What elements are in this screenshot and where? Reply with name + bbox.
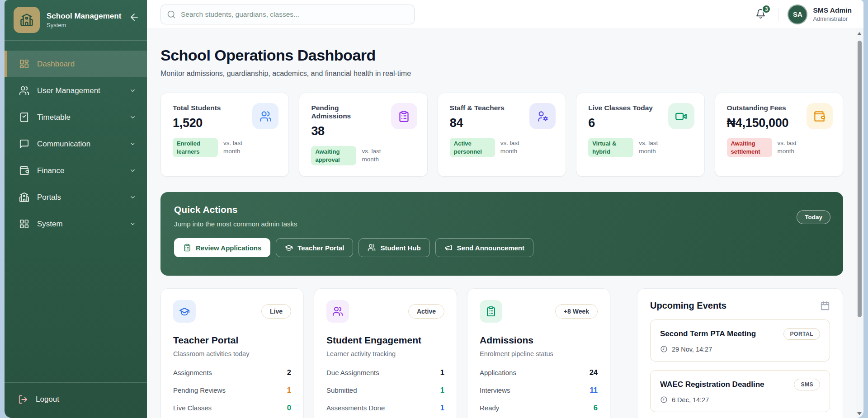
teacher-portal-button[interactable]: Teacher Portal [276,238,353,257]
arrow-left-icon [129,12,140,23]
scrollbar-thumb[interactable] [858,41,862,317]
metric-label: Applications [480,369,516,376]
event-time-text: 29 Nov, 14:27 [672,346,712,353]
stat-badge: Awaiting approval [311,146,356,165]
event-channel-badge: SMS [794,379,820,390]
portal-card-title: Admissions [480,335,598,346]
metric-value: 1 [440,368,444,377]
stat-note: vs. last month [362,146,390,164]
stat-card-pending-admissions: Pending Admissions 38 Awaiting approval … [299,93,427,177]
metric-label: Interviews [480,386,510,394]
quick-actions-subtitle: Jump into the most common admin tasks [174,220,830,228]
logout-label: Logout [36,395,59,404]
app-subtitle: System [47,22,121,28]
sidebar-item-timetable[interactable]: Timetable [5,104,147,131]
metric-value: 6 [594,404,598,412]
upcoming-events-card: Upcoming Events Second Term PTA Meeting … [637,288,843,418]
events-title: Upcoming Events [650,301,726,311]
metric-value: 11 [590,386,598,395]
stats-row: Total Students 1,520 Enrolled learners v… [160,93,843,177]
metric-label: Live Classes [173,404,212,412]
main-content: School Operations Dashboard Monitor admi… [147,29,863,418]
metric-value: 0 [287,404,291,412]
stat-badge: Virtual & hybrid [588,138,633,157]
quick-actions-buttons: Review Applications Teacher Portal Stude… [174,238,830,257]
sidebar-item-communication[interactable]: Communication [5,131,147,157]
metric-row: Applications 24 [480,364,598,381]
users-icon [19,85,29,96]
portal-card-subtitle: Enrolment pipeline status [480,350,598,357]
search-icon [167,10,176,19]
chevron-down-icon [129,141,136,147]
quick-actions-title: Quick Actions [174,204,830,215]
clock-icon [660,396,668,404]
metric-label: Ready [480,404,499,412]
user-menu[interactable]: SA SMS Admin Administrator [788,5,852,24]
topbar: 3 SA SMS Admin Administrator [147,0,863,29]
sidebar-item-portals[interactable]: Portals [5,184,147,211]
user-cog-icon [537,110,549,122]
portal-card-title: Teacher Portal [173,335,291,346]
bottom-cards-row: Live Teacher Portal Classroom activities… [160,288,843,418]
search-wrap [160,5,415,24]
calendar-icon [820,301,830,311]
chevron-down-icon [129,114,136,121]
chevron-down-icon [129,167,136,174]
event-title: Second Term PTA Meeting [660,329,756,338]
portal-card-badge: +8 Week [555,304,598,319]
metric-row: Assessments Done 1 [326,399,444,417]
student-hub-button[interactable]: Student Hub [359,238,429,257]
stat-badge: Awaiting settlement [727,138,772,157]
chevron-down-icon [129,194,136,201]
send-announcement-button[interactable]: Send Announcement [435,238,533,257]
app-shell: School Management System Dashboard User … [5,0,863,418]
page-subtitle: Monitor admissions, guardianship, academ… [160,70,843,78]
clipboard-list-icon [398,110,410,122]
metric-row: Due Assignments 1 [326,364,444,381]
message-square-icon [19,139,29,149]
chevron-down-icon [129,221,136,227]
portal-card-badge: Live [261,304,291,319]
book-check-icon [19,112,29,122]
megaphone-icon [444,244,453,252]
stat-badge: Active personnel [450,138,495,157]
portal-card-subtitle: Learner activity tracking [326,350,444,357]
metric-value: 1 [440,404,444,412]
metric-label: Assessments Done [326,404,385,412]
portal-card-subtitle: Classroom activities today [173,350,291,357]
avatar: SA [788,5,807,24]
review-applications-button[interactable]: Review Applications [174,238,270,257]
grad-cap-icon [285,244,293,252]
scrollbar-down-arrow[interactable] [857,412,862,415]
metric-value: 2 [287,368,291,377]
notifications-button[interactable]: 3 [754,8,767,21]
app-logo [14,7,40,33]
users-icon [368,244,376,252]
user-role: Administrator [813,15,852,22]
scrollbar-up-arrow[interactable] [857,32,862,35]
card-student-engagement: Active Student Engagement Learner activi… [314,288,457,418]
layout-dashboard-icon [19,59,29,69]
stat-card-outstanding-fees: Outstanding Fees ₦4,150,000 Awaiting set… [715,93,843,177]
logout-icon [18,395,28,404]
events-list: Second Term PTA Meeting PORTAL 29 Nov, 1… [650,319,830,412]
sidebar-item-user-management[interactable]: User Management [5,77,147,104]
event-time-text: 6 Dec, 14:27 [672,396,709,404]
sidebar-item-system[interactable]: System [5,211,147,237]
sidebar-header: School Management System [5,0,147,41]
metric-row: Ready 6 [480,399,598,417]
metric-value: 1 [440,386,444,395]
sidebar-item-finance[interactable]: Finance [5,157,147,184]
grad-cap-icon [179,306,190,317]
metric-value: 24 [590,368,598,377]
sidebar-item-dashboard[interactable]: Dashboard [5,51,147,77]
notification-badge: 3 [762,5,771,14]
clipboard-list-icon [486,306,496,317]
school-icon [19,192,29,202]
sidebar-collapse-button[interactable] [129,12,140,23]
logout-button[interactable]: Logout [18,395,59,404]
sidebar-footer: Logout [5,382,147,418]
search-input[interactable] [160,5,415,24]
stat-note: vs. last month [223,138,251,155]
stat-note: vs. last month [639,138,667,155]
